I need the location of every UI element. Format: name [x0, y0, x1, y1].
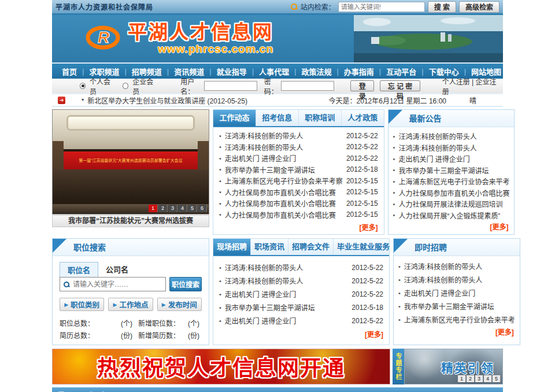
nav-sitemap[interactable]: 网站地图 [466, 66, 506, 77]
recruit-more-link[interactable]: [更多] [365, 331, 383, 339]
bullet-icon: • [398, 303, 401, 310]
search-icon [63, 281, 70, 288]
bureau-name: 平湖市人力资源和社会保障局 [56, 2, 153, 12]
photo-news-image[interactable]: 第一届“江苏技能状元”大赛常州选拔赛动员部署会扩大会议 1 2 3 4 5 6 [52, 109, 209, 215]
tab-talent-policy[interactable]: 人才政策 [342, 110, 384, 126]
top-bar: 平湖市人力资源和社会保障局 站内检索： 搜 索 高级检索 [52, 0, 503, 15]
recruit-news-panel: 现场招聘 职场资讯 招聘会文件 毕业生就业服务 •汪鸿涛:科技创新的带头人201… [213, 238, 390, 345]
notice-more-link[interactable]: [更多] [490, 223, 508, 231]
site-search-input[interactable] [338, 2, 425, 12]
elite-page-4[interactable]: 4 [484, 375, 492, 382]
main-row-1: 第一届“江苏技能状元”大赛常州选拔赛动员部署会扩大会议 1 2 3 4 5 6 … [52, 109, 503, 235]
photo-page-2[interactable]: 2 [158, 205, 168, 212]
bullet-icon: • [393, 201, 395, 208]
username-group: 用户名： [180, 76, 257, 96]
notice-panel: 最新公告 •汪鸿涛:科技创新的带头人 •汪鸿涛:科技创新的带头人 •走出机关门 … [388, 109, 515, 235]
logo-icon: R [84, 24, 122, 54]
new-jobs-label: 新增职位数： [138, 318, 187, 328]
login-button[interactable]: 登 录 [350, 80, 374, 91]
news-item: •人力社保局参加市直机关小合唱比赛2012-5-15 [219, 187, 378, 198]
personal-member-label: 个人会员 [90, 76, 114, 96]
instant-more-link[interactable]: [更多] [495, 328, 514, 336]
photo-page-6[interactable]: 6 [198, 205, 207, 212]
celebration-banner[interactable]: 热烈祝贺人才信息网开通 [52, 349, 390, 384]
news-item: •人力社保局参加市直机关小合唱比赛2012-5-15 [219, 209, 378, 221]
tab-work-dynamics[interactable]: 工作动态 [213, 110, 256, 126]
site-url: www.phrcsc.com.cn [128, 43, 273, 56]
photo-page-4[interactable]: 4 [178, 205, 187, 212]
username-input[interactable] [204, 81, 257, 91]
bullet-icon: • [393, 212, 395, 219]
personal-register-link[interactable]: 个人注册 [442, 78, 470, 86]
nav-jobseek[interactable]: 求职频道 [84, 66, 124, 77]
page-container: 平湖市人力资源和社会保障局 站内检索： 搜 索 高级检索 R 平湖人才信息网 w… [52, 0, 503, 392]
elite-page-2[interactable]: 2 [467, 375, 475, 382]
advanced-search-button[interactable]: 高级检索 [459, 1, 500, 13]
main-row-2: 职位搜索 职位名 公司名 职位搜索 ▶职位类别 ▶工作地点 ▶发布时间 [52, 238, 503, 345]
news-ticker: ➔ • 新北区举办大学生创业与就业政策讲座 (2012-05-25) 今天是：2… [52, 94, 503, 107]
nav-news[interactable]: 资讯频道 [169, 66, 209, 77]
nav-guidance[interactable]: 就业指导 [212, 66, 252, 77]
filter-job-category[interactable]: ▶职位类别 [60, 298, 104, 311]
special-column-vertical-tab[interactable]: 专题专栏 [393, 349, 404, 384]
elite-banner-photo[interactable]: 精英引领 1 2 3 4 5 [404, 349, 503, 384]
personal-member-radio[interactable] [80, 83, 86, 89]
notice-item: •走出机关门 进得企业门 [393, 153, 510, 165]
search-button[interactable]: 搜 索 [428, 1, 456, 13]
photo-page-1[interactable]: 1 [149, 205, 158, 212]
search-icon [290, 3, 298, 10]
bullet-icon: • [393, 178, 395, 185]
tab-jobfair-files[interactable]: 招聘会文件 [288, 239, 334, 255]
photo-page-5[interactable]: 5 [188, 205, 197, 212]
nav-recruit[interactable]: 招聘频道 [127, 66, 167, 77]
tab-onsite-recruit[interactable]: 现场招聘 [213, 239, 251, 255]
photo-meeting-banner: 第一届“江苏技能状元”大赛常州选拔赛动员部署会扩大会议 [64, 151, 198, 169]
job-search-tabs: 职位名 公司名 [60, 262, 202, 277]
work-news-tabbar: 工作动态 招考信息 职称培训 人才政策 [213, 110, 384, 127]
ticker-headline[interactable]: 新北区举办大学生创业与就业政策讲座 (2012-05-25) [87, 95, 247, 105]
elite-page-1[interactable]: 1 [458, 375, 466, 382]
elite-page-5[interactable]: 5 [493, 375, 501, 382]
keyword-input[interactable] [73, 280, 162, 289]
company-member-radio[interactable] [123, 83, 128, 89]
notice-item: •我市举办第十三期金平湖讲坛 [393, 165, 510, 176]
bullet-icon: • [219, 188, 221, 195]
nav-hr-agency[interactable]: 人事代理 [254, 66, 294, 77]
keyword-field-wrap [60, 277, 166, 291]
bullet-icon: • [398, 276, 401, 283]
nav-handbook[interactable]: 办事指南 [339, 66, 379, 77]
instant-recruit-panel: 即时招聘 •汪鸿涛:科技创新的带头人 •汪鸿涛:科技创新的带头人 •走出机关门 … [393, 238, 520, 345]
tab-graduate-services[interactable]: 毕业生就业服务 [334, 239, 393, 255]
tab-exam-info[interactable]: 招考信息 [256, 110, 299, 126]
nav-home[interactable]: 首页 [57, 66, 82, 77]
bullet-icon: • [398, 316, 401, 323]
site-header: R 平湖人才信息网 www.phrcsc.com.cn [52, 15, 503, 64]
tab-position-name[interactable]: 职位名 [60, 262, 98, 277]
nav-policies[interactable]: 政策法规 [296, 66, 336, 77]
work-news-more-link[interactable]: [更多] [360, 224, 378, 232]
tab-title-training[interactable]: 职称培训 [299, 110, 342, 126]
elite-page-3[interactable]: 3 [475, 375, 483, 382]
notice-item: •人力社保局开展法律法规巡回培训 [393, 198, 510, 210]
bullet-icon: • [398, 290, 401, 297]
forgot-password-button[interactable]: 忘 记 密 码 [380, 80, 420, 91]
filter-work-location[interactable]: ▶工作地点 [108, 298, 153, 311]
password-label: 密码： [264, 76, 279, 96]
photo-page-3[interactable]: 3 [168, 205, 177, 212]
logo-area[interactable]: R 平湖人才信息网 www.phrcsc.com.cn [84, 22, 273, 56]
total-resumes-label: 简历总数： [60, 330, 102, 340]
tab-workplace-news[interactable]: 职场资讯 [251, 239, 288, 255]
nav-interactive[interactable]: 互动平台 [381, 66, 421, 77]
filter-publish-time[interactable]: ▶发布时间 [157, 298, 202, 311]
tab-company-name[interactable]: 公司名 [98, 262, 136, 277]
job-search-button[interactable]: 职位搜索 [169, 277, 202, 291]
company-member-label: 企业会员 [132, 76, 157, 96]
bullet-icon: • [219, 132, 221, 139]
photo-caption[interactable]: 我市部署“江苏技能状元”大赛常州选拔赛 [52, 215, 209, 227]
news-item: •我市举办第十三期金平湖讲坛2012-5-18 [219, 164, 378, 176]
news-item: •汪鸿涛:科技创新的带头人2012-5-22 [219, 130, 378, 142]
service-hall-bar: 服务大厅 FUWU DATING 在线报名系统| 档案查询| 户口查询| 下载中… [52, 387, 503, 392]
nav-downloads[interactable]: 下载中心 [424, 66, 464, 77]
password-input[interactable] [281, 81, 334, 91]
member-type-group: 个人会员 企业会员 [80, 76, 157, 96]
